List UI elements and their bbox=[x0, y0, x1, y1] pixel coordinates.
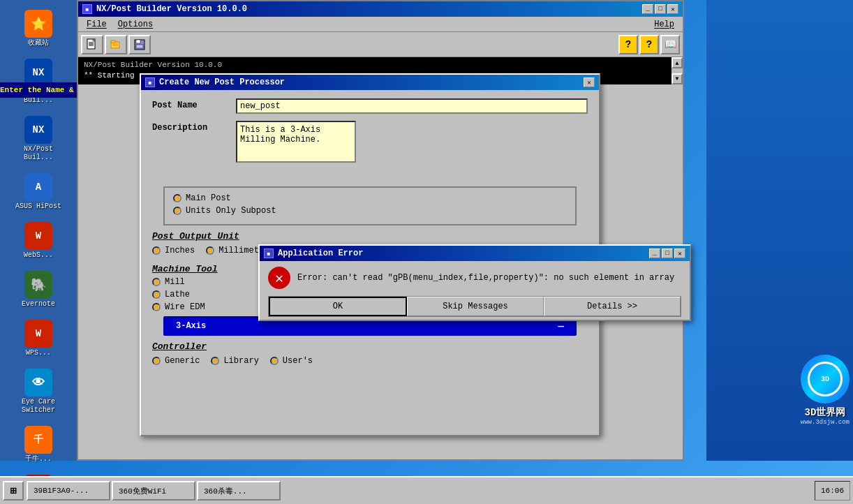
error-skip-btn[interactable]: Skip Messages bbox=[407, 297, 544, 316]
controller-row: Generic Library User's bbox=[152, 356, 588, 369]
watermark-circle: 3D bbox=[808, 362, 843, 396]
error-close-btn[interactable]: ✕ bbox=[674, 249, 685, 258]
nx-title-buttons: _ □ ✕ bbox=[642, 4, 678, 14]
nx-maximize-btn[interactable]: □ bbox=[655, 4, 666, 14]
nx-titlebar: ■ NX/Post Builder Version 10.0.0 _ □ ✕ bbox=[78, 1, 683, 17]
taskbar-item-1[interactable]: 360免费WiFi bbox=[112, 481, 195, 501]
radio-generic-label: Generic bbox=[165, 356, 200, 366]
sidebar-item-3[interactable]: A ASUS HiPost bbox=[7, 170, 70, 214]
post-name-input[interactable] bbox=[236, 98, 588, 114]
post-type-section: Main Post Units Only Subpost bbox=[152, 186, 588, 225]
taskbar-item-0[interactable]: 39B1F3A0-... bbox=[27, 481, 110, 501]
toolbar-book-btn[interactable]: 📖 bbox=[660, 35, 680, 54]
sidebar-label-3: ASUS HiPost bbox=[15, 202, 61, 211]
dialog-create-body: Post Name Description This is a 3-Axis M… bbox=[141, 90, 599, 181]
sidebar-item-6[interactable]: W WPS... bbox=[7, 317, 70, 360]
nx-minimize-btn[interactable]: _ bbox=[642, 4, 653, 14]
nx-title-icon: ■ bbox=[82, 4, 92, 14]
sidebar-item-5[interactable]: 🐘 Evernote bbox=[7, 268, 70, 311]
nx-menu-file[interactable]: File bbox=[81, 18, 112, 31]
radio-library[interactable]: Library bbox=[211, 356, 258, 366]
radio-mill-label: Mill bbox=[165, 277, 185, 287]
sidebar: ⭐ 收藏站 NX NX/Post Buil... NX NX/Post Buil… bbox=[0, 0, 77, 461]
radio-mm-indicator bbox=[206, 246, 214, 255]
sidebar-label-4: WebS... bbox=[24, 251, 53, 260]
radio-units-indicator bbox=[173, 207, 181, 215]
dialog-create-titlebar: ■ Create New Post Processor ✕ bbox=[141, 75, 599, 90]
toolbar-help2-btn[interactable]: ? bbox=[639, 35, 659, 54]
sidebar-label-7: Eye Care Switcher bbox=[10, 398, 67, 415]
taskbar-item-2[interactable]: 360杀毒... bbox=[197, 481, 281, 501]
sidebar-item-0[interactable]: ⭐ 收藏站 bbox=[7, 7, 70, 50]
radio-main-post-indicator bbox=[173, 194, 181, 202]
radio-inches[interactable]: Inches bbox=[152, 246, 195, 255]
error-ok-btn[interactable]: OK bbox=[269, 297, 407, 316]
watermark: 3D 3D世界网 www.3dsjw.com bbox=[801, 355, 850, 426]
desktop: ⭐ 收藏站 NX NX/Post Buil... NX NX/Post Buil… bbox=[0, 0, 853, 504]
sidebar-item-1[interactable]: NX NX/Post Buil... bbox=[7, 56, 70, 108]
dialog-create-close[interactable]: ✕ bbox=[584, 77, 595, 87]
sidebar-item-2[interactable]: NX NX/Post Buil... bbox=[7, 113, 70, 165]
sidebar-label-5: Evernote bbox=[22, 300, 55, 309]
radio-lathe-indicator bbox=[152, 290, 161, 299]
controller-label: Controller bbox=[152, 341, 588, 352]
error-x-icon: ✕ bbox=[268, 267, 290, 289]
radio-wire-label: Wire EDM bbox=[165, 302, 205, 312]
nx-toolbar: ? ? 📖 bbox=[78, 32, 683, 57]
radio-lathe-label: Lathe bbox=[165, 290, 190, 299]
radio-generic[interactable]: Generic bbox=[152, 356, 200, 366]
start-button[interactable]: ⊞ bbox=[3, 481, 24, 501]
error-body: ✕ Error: can't read "gPB(menu_index,file… bbox=[260, 261, 690, 323]
open-file-icon bbox=[110, 38, 122, 51]
sidebar-icon-6: W bbox=[24, 320, 52, 348]
error-buttons-row: OK Skip Messages Details >> bbox=[268, 296, 681, 317]
radio-main-post-label: Main Post bbox=[186, 193, 231, 203]
radio-library-indicator bbox=[211, 357, 219, 365]
radio-units-subpost[interactable]: Units Only Subpost bbox=[173, 206, 567, 216]
sidebar-item-8[interactable]: 千 千牛... bbox=[7, 423, 70, 466]
toolbar-help1-btn[interactable]: ? bbox=[618, 35, 638, 54]
windows-icon: ⊞ bbox=[10, 486, 17, 496]
toolbar-save-btn[interactable] bbox=[128, 35, 151, 54]
help1-icon: ? bbox=[625, 39, 631, 50]
sidebar-item-7[interactable]: 👁 Eye Care Switcher bbox=[7, 366, 70, 417]
error-minimize-btn[interactable]: _ bbox=[649, 249, 660, 258]
post-name-label: Post Name bbox=[152, 98, 236, 110]
toolbar-open-btn[interactable] bbox=[105, 35, 127, 54]
nx-menubar: File Options Help bbox=[78, 17, 683, 32]
radio-main-post[interactable]: Main Post bbox=[173, 193, 567, 203]
error-maximize-btn[interactable]: □ bbox=[662, 249, 673, 258]
watermark-icon: 3D bbox=[801, 355, 850, 403]
error-content: ✕ Error: can't read "gPB(menu_index,file… bbox=[268, 267, 681, 289]
post-output-unit-label: Post Output Unit bbox=[152, 231, 588, 242]
sidebar-icon-3: A bbox=[24, 173, 52, 201]
error-details-btn[interactable]: Details >> bbox=[544, 297, 681, 316]
scroll-down-btn[interactable]: ▼ bbox=[672, 73, 683, 84]
dialog-application-error: ■ Application Error _ □ ✕ ✕ Error: can't… bbox=[258, 244, 691, 321]
sidebar-icon-5: 🐘 bbox=[24, 271, 52, 299]
nx-menu-help[interactable]: Help bbox=[648, 18, 680, 31]
toolbar-new-btn[interactable] bbox=[81, 35, 103, 54]
post-type-box: Main Post Units Only Subpost bbox=[163, 186, 577, 225]
nx-menu-options[interactable]: Options bbox=[112, 18, 158, 31]
radio-inches-label: Inches bbox=[165, 246, 195, 255]
taskbar-time: 16:06 bbox=[815, 481, 850, 501]
radio-users[interactable]: User's bbox=[270, 356, 313, 366]
sidebar-item-4[interactable]: W WebS... bbox=[7, 219, 70, 262]
scroll-up-btn[interactable]: ▲ bbox=[672, 57, 683, 68]
taskbar: ⊞ 39B1F3A0-... 360免费WiFi 360杀毒... 16:06 bbox=[0, 476, 853, 504]
terminal-scrollbar[interactable]: ▲ ▼ bbox=[672, 57, 683, 84]
svg-rect-10 bbox=[136, 40, 140, 43]
book-icon: 📖 bbox=[665, 38, 676, 50]
dialog-create-icon: ■ bbox=[145, 77, 155, 87]
right-blue-panel: 3D 3D世界网 www.3dsjw.com bbox=[706, 0, 853, 461]
error-title-icon: ■ bbox=[264, 249, 274, 258]
description-textarea[interactable]: This is a 3-Axis Milling Machine. bbox=[236, 121, 356, 163]
svg-rect-11 bbox=[136, 45, 143, 48]
post-name-row: Post Name bbox=[152, 98, 588, 114]
radio-mill-indicator bbox=[152, 278, 161, 286]
sidebar-label-6: WPS... bbox=[26, 349, 51, 357]
terminal-line-1: NX/Post Builder Version 10.0.0 bbox=[84, 60, 222, 71]
nx-close-btn[interactable]: ✕ bbox=[667, 4, 678, 14]
svg-rect-6 bbox=[111, 40, 115, 43]
